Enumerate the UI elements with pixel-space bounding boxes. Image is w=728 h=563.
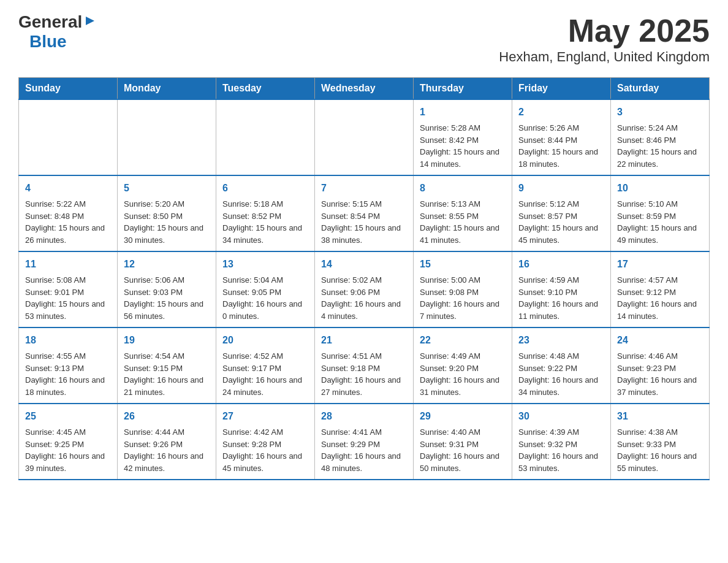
calendar-cell: 16Sunrise: 4:59 AMSunset: 9:10 PMDayligh… [512,251,611,327]
calendar-cell [315,99,414,175]
calendar-cell: 9Sunrise: 5:12 AMSunset: 8:57 PMDaylight… [512,175,611,251]
day-info: Sunrise: 5:26 AMSunset: 8:44 PMDaylight:… [518,122,604,170]
calendar-cell: 8Sunrise: 5:13 AMSunset: 8:55 PMDaylight… [414,175,512,251]
day-number: 22 [420,333,506,348]
day-info: Sunrise: 4:40 AMSunset: 9:31 PMDaylight:… [420,426,506,474]
day-number: 15 [420,257,506,272]
calendar-cell: 19Sunrise: 4:54 AMSunset: 9:15 PMDayligh… [118,327,216,404]
day-info: Sunrise: 4:57 AMSunset: 9:12 PMDaylight:… [617,274,703,322]
calendar-week-5: 25Sunrise: 4:45 AMSunset: 9:25 PMDayligh… [19,404,710,480]
day-number: 24 [617,333,703,348]
calendar-week-4: 18Sunrise: 4:55 AMSunset: 9:13 PMDayligh… [19,327,710,404]
day-number: 18 [25,333,111,348]
calendar-week-1: 1Sunrise: 5:28 AMSunset: 8:42 PMDaylight… [19,99,710,175]
calendar-cell: 24Sunrise: 4:46 AMSunset: 9:23 PMDayligh… [611,327,710,404]
calendar-cell: 7Sunrise: 5:15 AMSunset: 8:54 PMDaylight… [315,175,414,251]
day-number: 9 [518,181,604,196]
day-info: Sunrise: 5:24 AMSunset: 8:46 PMDaylight:… [617,122,703,170]
calendar-cell [216,99,315,175]
day-info: Sunrise: 4:59 AMSunset: 9:10 PMDaylight:… [518,274,604,322]
day-number: 11 [25,257,111,272]
day-number: 23 [518,333,604,348]
logo: General Blue [18,12,96,52]
calendar-cell: 1Sunrise: 5:28 AMSunset: 8:42 PMDaylight… [414,99,512,175]
day-number: 10 [617,181,703,196]
calendar-cell: 26Sunrise: 4:44 AMSunset: 9:26 PMDayligh… [118,404,216,480]
day-info: Sunrise: 5:10 AMSunset: 8:59 PMDaylight:… [617,198,703,246]
logo-blue-text: Blue [18,32,67,51]
day-number: 29 [420,409,506,424]
day-info: Sunrise: 4:55 AMSunset: 9:13 PMDaylight:… [25,350,111,398]
day-info: Sunrise: 4:45 AMSunset: 9:25 PMDaylight:… [25,426,111,474]
day-info: Sunrise: 5:28 AMSunset: 8:42 PMDaylight:… [420,122,506,170]
day-info: Sunrise: 4:46 AMSunset: 9:23 PMDaylight:… [617,350,703,398]
day-info: Sunrise: 4:52 AMSunset: 9:17 PMDaylight:… [222,350,308,398]
weekday-header-wednesday: Wednesday [315,78,414,100]
weekday-header-friday: Friday [512,78,611,100]
calendar-cell: 13Sunrise: 5:04 AMSunset: 9:05 PMDayligh… [216,251,315,327]
calendar-cell: 31Sunrise: 4:38 AMSunset: 9:33 PMDayligh… [611,404,710,480]
calendar-header-row: SundayMondayTuesdayWednesdayThursdayFrid… [19,78,710,100]
calendar-subtitle: Hexham, England, United Kingdom [499,49,710,65]
day-info: Sunrise: 5:20 AMSunset: 8:50 PMDaylight:… [124,198,210,246]
day-number: 4 [25,181,111,196]
day-number: 25 [25,409,111,424]
calendar-cell: 14Sunrise: 5:02 AMSunset: 9:06 PMDayligh… [315,251,414,327]
calendar-cell: 28Sunrise: 4:41 AMSunset: 9:29 PMDayligh… [315,404,414,480]
day-info: Sunrise: 5:00 AMSunset: 9:08 PMDaylight:… [420,274,506,322]
calendar-cell: 25Sunrise: 4:45 AMSunset: 9:25 PMDayligh… [19,404,118,480]
day-number: 19 [124,333,210,348]
day-info: Sunrise: 5:13 AMSunset: 8:55 PMDaylight:… [420,198,506,246]
calendar-cell: 20Sunrise: 4:52 AMSunset: 9:17 PMDayligh… [216,327,315,404]
day-info: Sunrise: 4:54 AMSunset: 9:15 PMDaylight:… [124,350,210,398]
calendar-table: SundayMondayTuesdayWednesdayThursdayFrid… [18,77,710,480]
calendar-cell: 5Sunrise: 5:20 AMSunset: 8:50 PMDaylight… [118,175,216,251]
title-block: May 2025 Hexham, England, United Kingdom [499,12,710,65]
day-info: Sunrise: 4:44 AMSunset: 9:26 PMDaylight:… [124,426,210,474]
day-number: 5 [124,181,210,196]
day-info: Sunrise: 4:39 AMSunset: 9:32 PMDaylight:… [518,426,604,474]
calendar-cell: 22Sunrise: 4:49 AMSunset: 9:20 PMDayligh… [414,327,512,404]
day-number: 1 [420,105,506,120]
calendar-week-3: 11Sunrise: 5:08 AMSunset: 9:01 PMDayligh… [19,251,710,327]
day-info: Sunrise: 5:22 AMSunset: 8:48 PMDaylight:… [25,198,111,246]
svg-marker-0 [86,17,94,25]
day-number: 31 [617,409,703,424]
day-number: 2 [518,105,604,120]
day-info: Sunrise: 4:49 AMSunset: 9:20 PMDaylight:… [420,350,506,398]
day-number: 8 [420,181,506,196]
calendar-cell: 30Sunrise: 4:39 AMSunset: 9:32 PMDayligh… [512,404,611,480]
day-info: Sunrise: 5:15 AMSunset: 8:54 PMDaylight:… [321,198,407,246]
calendar-cell [118,99,216,175]
day-number: 12 [124,257,210,272]
calendar-cell: 15Sunrise: 5:00 AMSunset: 9:08 PMDayligh… [414,251,512,327]
day-number: 16 [518,257,604,272]
day-number: 20 [222,333,308,348]
calendar-cell: 21Sunrise: 4:51 AMSunset: 9:18 PMDayligh… [315,327,414,404]
calendar-cell: 23Sunrise: 4:48 AMSunset: 9:22 PMDayligh… [512,327,611,404]
day-number: 30 [518,409,604,424]
day-info: Sunrise: 4:42 AMSunset: 9:28 PMDaylight:… [222,426,308,474]
day-number: 7 [321,181,407,196]
weekday-header-sunday: Sunday [19,78,118,100]
calendar-cell: 27Sunrise: 4:42 AMSunset: 9:28 PMDayligh… [216,404,315,480]
day-info: Sunrise: 5:04 AMSunset: 9:05 PMDaylight:… [222,274,308,322]
calendar-cell: 18Sunrise: 4:55 AMSunset: 9:13 PMDayligh… [19,327,118,404]
calendar-week-2: 4Sunrise: 5:22 AMSunset: 8:48 PMDaylight… [19,175,710,251]
calendar-cell: 17Sunrise: 4:57 AMSunset: 9:12 PMDayligh… [611,251,710,327]
calendar-cell: 29Sunrise: 4:40 AMSunset: 9:31 PMDayligh… [414,404,512,480]
day-number: 14 [321,257,407,272]
calendar-cell: 11Sunrise: 5:08 AMSunset: 9:01 PMDayligh… [19,251,118,327]
calendar-cell: 10Sunrise: 5:10 AMSunset: 8:59 PMDayligh… [611,175,710,251]
day-info: Sunrise: 5:06 AMSunset: 9:03 PMDaylight:… [124,274,210,322]
logo-general-text: General [18,12,82,32]
day-number: 26 [124,409,210,424]
day-info: Sunrise: 5:08 AMSunset: 9:01 PMDaylight:… [25,274,111,322]
day-number: 17 [617,257,703,272]
calendar-title: May 2025 [499,12,710,49]
calendar-cell: 12Sunrise: 5:06 AMSunset: 9:03 PMDayligh… [118,251,216,327]
day-number: 28 [321,409,407,424]
day-number: 13 [222,257,308,272]
day-number: 27 [222,409,308,424]
day-info: Sunrise: 4:38 AMSunset: 9:33 PMDaylight:… [617,426,703,474]
